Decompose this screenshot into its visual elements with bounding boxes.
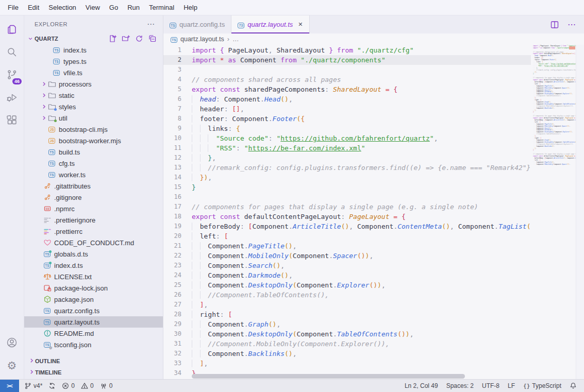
source-control-icon[interactable]: 46	[3, 66, 21, 83]
status-sync[interactable]	[48, 382, 56, 389]
tree-item-quartz.layout.ts[interactable]: TSquartz.layout.ts	[24, 316, 163, 328]
tree-item-tsconfig.json[interactable]: TS⚙tsconfig.json	[24, 339, 163, 350]
menu-item-file[interactable]: File	[3, 2, 23, 13]
tree-item-worker.ts[interactable]: TSworker.ts	[24, 169, 163, 180]
tree-item-label: CODE_OF_CONDUCT.md	[54, 239, 134, 247]
extensions-icon[interactable]	[3, 111, 21, 129]
line-number: 10	[163, 133, 181, 143]
tree-item-label: tsconfig.json	[54, 341, 91, 349]
status-ln-2-col-49[interactable]: Ln 2, Col 49	[405, 382, 438, 389]
tree-item-package-lock.json[interactable]: package-lock.json	[24, 282, 163, 294]
accounts-icon[interactable]	[3, 334, 21, 351]
overview-ruler[interactable]	[576, 45, 584, 379]
menu-item-view[interactable]: View	[81, 2, 105, 13]
tree-item-processors[interactable]: processors	[24, 78, 163, 90]
code-line-10: 10 "Source code": "https://github.com/bf…	[163, 133, 531, 143]
status-braces[interactable]: {}TypeScript	[523, 382, 561, 389]
status-spaces-2[interactable]: Spaces: 2	[446, 382, 474, 389]
breadcrumb-file[interactable]: quartz.layout.ts	[180, 36, 224, 43]
code-line-19: 19 beforeBody: [Component.ArticleTitle()…	[163, 221, 531, 231]
chevron-right-icon: ›	[227, 36, 229, 43]
status-error[interactable]: 0	[62, 382, 75, 389]
tree-item-.prettierignore[interactable]: .prettierignore	[24, 214, 163, 226]
breadcrumb-more[interactable]: …	[232, 36, 239, 43]
refresh-icon[interactable]	[135, 35, 143, 43]
tree-item-globals.d.ts[interactable]: TSglobals.d.ts	[24, 248, 163, 260]
close-icon[interactable]: ✕	[298, 21, 303, 28]
line-number: 28	[163, 310, 181, 319]
horizontal-scrollbar[interactable]	[192, 374, 465, 379]
tree-item-util[interactable]: util	[24, 112, 163, 124]
settings-icon[interactable]: ⚙	[3, 356, 21, 374]
status-branch[interactable]: v4*	[24, 382, 42, 389]
code-lines[interactable]: 1import { PageLayout, SharedLayout } fro…	[163, 45, 531, 378]
tree-item-code-of-conduct.md[interactable]: CODE_OF_CONDUCT.md	[24, 237, 163, 248]
tree-item-license.txt[interactable]: LICENSE.txt	[24, 271, 163, 282]
menu-item-run[interactable]: Run	[123, 2, 144, 13]
section-timeline[interactable]: TIMELINE	[24, 367, 163, 378]
tree-item-package.json[interactable]: package.json	[24, 294, 163, 305]
line-number: 32	[163, 349, 181, 359]
new-file-icon[interactable]	[108, 35, 116, 43]
tree-item-cfg.ts[interactable]: TScfg.ts	[24, 158, 163, 169]
new-folder-icon[interactable]	[122, 35, 130, 43]
tree-item-bootstrap-cli.mjs[interactable]: JSbootstrap-cli.mjs	[24, 124, 163, 135]
status-utf-8[interactable]: UTF-8	[482, 382, 499, 389]
code-line-33: 33 ],	[163, 359, 531, 368]
tree-item-.npmrc[interactable]: .npmrc	[24, 203, 163, 214]
minimap[interactable]: import { PageLayout, SharedLayout } from…	[531, 45, 576, 379]
tree-item-bootstrap-worker.mjs[interactable]: JSbootstrap-worker.mjs	[24, 135, 163, 146]
tree-item-quartz.config.ts[interactable]: TSquartz.config.ts	[24, 305, 163, 316]
run-debug-icon[interactable]	[3, 89, 21, 106]
status-warning[interactable]: 0	[81, 382, 94, 389]
tree-item-.prettierrc[interactable]: .prettierrc	[24, 226, 163, 237]
status-broadcast[interactable]: 0	[100, 382, 113, 389]
code-line-28: 28 right: [	[163, 310, 531, 319]
code-line-21: 21 Component.PageTitle(),	[163, 241, 531, 251]
menu-item-terminal[interactable]: Terminal	[144, 2, 179, 13]
menu-item-go[interactable]: Go	[105, 2, 123, 13]
status-lf[interactable]: LF	[508, 382, 515, 389]
menu-item-selection[interactable]: Selection	[44, 2, 80, 13]
code-line-4: 4// components shared across all pages	[163, 75, 531, 84]
code-line-25: 25 Component.DesktopOnly(Component.Explo…	[163, 280, 531, 290]
overview-ruler-marker	[569, 46, 575, 49]
status-bell[interactable]	[570, 382, 577, 389]
tree-item-.gitattributes[interactable]: .gitattributes	[24, 180, 163, 192]
workspace-section-header[interactable]: QUARTZ	[24, 33, 163, 44]
code-line-11: 11 "RSS": "https://be-far.com/index.xml"	[163, 143, 531, 153]
ts-file-icon: TS	[47, 161, 56, 166]
collapse-all-icon[interactable]	[148, 35, 157, 43]
bell-icon	[570, 382, 577, 389]
tree-item-styles[interactable]: styles	[24, 101, 163, 112]
tree-item-label: package.json	[54, 296, 94, 303]
tree-item-label: .prettierignore	[54, 216, 95, 224]
code-line-7: 7 header: [],	[163, 104, 531, 114]
tree-item-static[interactable]: static	[24, 90, 163, 101]
status-label: v4*	[34, 382, 42, 389]
tree-item-build.ts[interactable]: TSbuild.ts	[24, 146, 163, 158]
tree-item-.gitignore[interactable]: .gitignore	[24, 192, 163, 203]
pkg-file-icon	[43, 295, 52, 303]
tab-quartz.config.ts[interactable]: TSquartz.config.ts	[163, 15, 231, 33]
tree-item-vfile.ts[interactable]: TSvfile.ts	[24, 67, 163, 78]
more-actions-icon[interactable]: ⋯	[147, 20, 155, 29]
explorer-icon[interactable]	[3, 21, 21, 38]
tree-item-readme.md[interactable]: README.md	[24, 328, 163, 339]
tree-item-types.ts[interactable]: TStypes.ts	[24, 56, 163, 67]
remote-indicator[interactable]: ><	[0, 380, 19, 392]
search-icon[interactable]	[3, 43, 21, 61]
section-outline[interactable]: OUTLINE	[24, 355, 163, 367]
tab-quartz.layout.ts[interactable]: TSquartz.layout.ts✕	[231, 15, 309, 33]
menu-item-edit[interactable]: Edit	[23, 2, 44, 13]
code-editor[interactable]: 1import { PageLayout, SharedLayout } fro…	[163, 45, 584, 379]
chevron-down-icon	[26, 36, 35, 41]
explorer-toolbar	[108, 35, 163, 43]
info-file-icon	[43, 329, 52, 337]
menu-item-help[interactable]: Help	[179, 2, 202, 13]
tree-item-index.ts[interactable]: TSindex.ts	[24, 44, 163, 56]
split-editor-icon[interactable]	[550, 20, 559, 29]
more-actions-icon[interactable]: ⋯	[568, 20, 576, 29]
code-line-14: 14 }),	[163, 173, 531, 182]
tree-item-index.d.ts[interactable]: TSindex.d.ts	[24, 260, 163, 271]
